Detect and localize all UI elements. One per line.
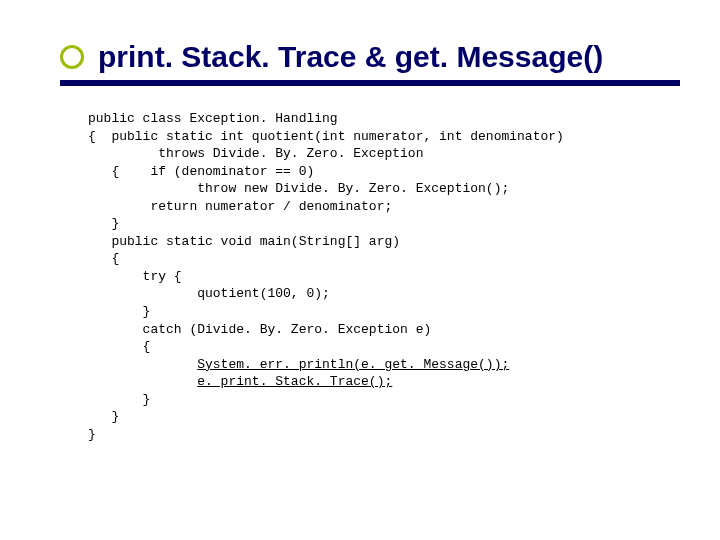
code-line: catch (Divide. By. Zero. Exception e) bbox=[88, 322, 431, 337]
slide-title: print. Stack. Trace & get. Message() bbox=[98, 40, 603, 74]
bullet-icon bbox=[60, 45, 84, 69]
code-line: throws Divide. By. Zero. Exception bbox=[88, 146, 423, 161]
code-line: try { bbox=[88, 269, 182, 284]
code-line: throw new Divide. By. Zero. Exception(); bbox=[88, 181, 509, 196]
code-line: } bbox=[88, 216, 119, 231]
code-line: public class Exception. Handling bbox=[88, 111, 338, 126]
code-line: } bbox=[88, 392, 150, 407]
slide: print. Stack. Trace & get. Message() pub… bbox=[0, 0, 720, 540]
code-block: public class Exception. Handling { publi… bbox=[88, 110, 680, 443]
code-line: { if (denominator == 0) bbox=[88, 164, 314, 179]
code-underlined: System. err. println(e. get. Message()); bbox=[197, 357, 509, 372]
code-line: } bbox=[88, 304, 150, 319]
code-line: } bbox=[88, 427, 96, 442]
code-line-indent bbox=[88, 357, 197, 372]
code-line: return numerator / denominator; bbox=[88, 199, 392, 214]
code-line: { public static int quotient(int numerat… bbox=[88, 129, 564, 144]
code-line: public static void main(String[] arg) bbox=[88, 234, 400, 249]
title-underline bbox=[60, 80, 680, 86]
title-row: print. Stack. Trace & get. Message() bbox=[60, 40, 680, 74]
code-line: } bbox=[88, 409, 119, 424]
code-line: quotient(100, 0); bbox=[88, 286, 330, 301]
code-line: { bbox=[88, 251, 119, 266]
code-line-indent bbox=[88, 374, 197, 389]
code-underlined: e. print. Stack. Trace(); bbox=[197, 374, 392, 389]
code-line: { bbox=[88, 339, 150, 354]
